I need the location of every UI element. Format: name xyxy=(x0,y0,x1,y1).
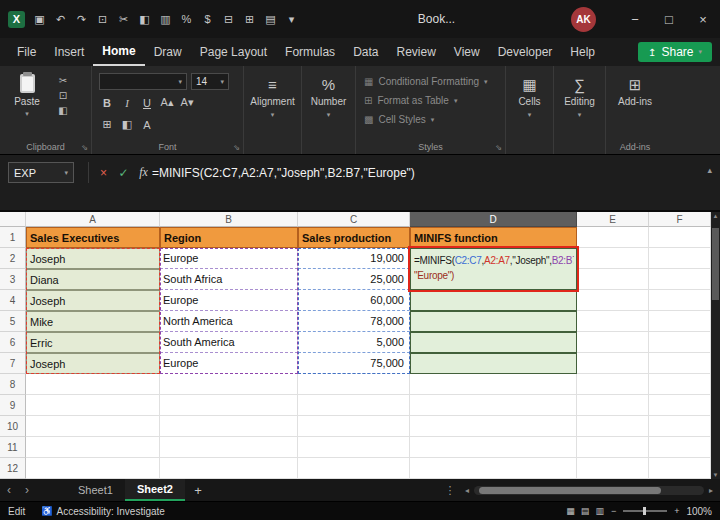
vertical-scroll-thumb[interactable] xyxy=(712,228,719,300)
col-header-F[interactable]: F xyxy=(649,212,711,227)
cell-F1[interactable] xyxy=(649,227,711,248)
scroll-right-icon[interactable]: ▸ xyxy=(704,486,718,495)
row-header-6[interactable]: 6 xyxy=(0,332,26,353)
accessibility-status[interactable]: ♿ Accessibility: Investigate xyxy=(41,506,165,517)
cell-C7[interactable]: 75,000 xyxy=(298,353,410,374)
cell-C8[interactable] xyxy=(298,374,410,395)
fill-color-icon[interactable]: ◧ xyxy=(119,118,135,131)
cell-E8[interactable] xyxy=(577,374,649,395)
cell-F6[interactable] xyxy=(649,332,711,353)
zoom-slider[interactable] xyxy=(623,510,667,512)
addins-button[interactable]: ⊞ Add-ins xyxy=(606,66,664,154)
conditional-formatting-button[interactable]: ▦Conditional Formatting▾ xyxy=(356,72,505,91)
workbook-title[interactable]: Book... xyxy=(302,12,571,26)
decrease-font-icon[interactable]: A▾ xyxy=(179,96,195,109)
cell-C3[interactable]: 25,000 xyxy=(298,269,410,290)
row-header-12[interactable]: 12 xyxy=(0,458,26,479)
font-color-icon[interactable]: A xyxy=(139,119,155,131)
borders-icon[interactable]: ⊞ xyxy=(99,118,115,131)
cell-B4[interactable]: Europe xyxy=(160,290,298,311)
menu-tab-developer[interactable]: Developer xyxy=(489,38,562,66)
increase-font-icon[interactable]: A▴ xyxy=(159,96,175,109)
cell-A9[interactable] xyxy=(26,395,160,416)
zoom-out-icon[interactable]: − xyxy=(611,506,616,516)
row-header-9[interactable]: 9 xyxy=(0,395,26,416)
formula-input[interactable]: =MINIFS(C2:C7,A2:A7,"Joseph",B2:B7,"Euro… xyxy=(152,166,415,180)
page-break-view-icon[interactable]: ▥ xyxy=(595,506,604,516)
horizontal-scroll-thumb[interactable] xyxy=(479,487,661,494)
cell-D7[interactable] xyxy=(410,353,577,374)
cell-C1[interactable]: Sales production xyxy=(298,227,410,248)
cell-F11[interactable] xyxy=(649,437,711,458)
cell-D2[interactable]: =MINIFS(C2:C7,A2:A7,"Joseph",B2:B7,"Euro… xyxy=(410,248,577,290)
clipboard-dialog-launcher-icon[interactable]: ⇘ xyxy=(81,143,88,152)
account-avatar[interactable]: AK xyxy=(571,7,596,32)
menu-tab-data[interactable]: Data xyxy=(344,38,387,66)
sheet-tab-sheet1[interactable]: Sheet1 xyxy=(66,479,125,501)
cell-C9[interactable] xyxy=(298,395,410,416)
horizontal-scrollbar[interactable]: ◂ ▸ xyxy=(460,479,718,501)
row-header-3[interactable]: 3 xyxy=(0,269,26,290)
horizontal-scroll-track[interactable] xyxy=(474,486,704,495)
cell-E3[interactable] xyxy=(577,269,649,290)
cell-E10[interactable] xyxy=(577,416,649,437)
sheet-tab-sheet2[interactable]: Sheet2 xyxy=(125,479,185,501)
font-name-select[interactable]: ▾ xyxy=(99,73,187,90)
cell-C12[interactable] xyxy=(298,458,410,479)
more-commands-icon[interactable]: ▾ xyxy=(281,13,302,26)
chart-icon[interactable]: ▥ xyxy=(155,13,176,26)
cell-B8[interactable] xyxy=(160,374,298,395)
cell-B10[interactable] xyxy=(160,416,298,437)
cell-F5[interactable] xyxy=(649,311,711,332)
cell-B7[interactable]: Europe xyxy=(160,353,298,374)
page-layout-view-icon[interactable]: ▤ xyxy=(581,506,590,516)
cell-C2[interactable]: 19,000 xyxy=(298,248,410,269)
cell-D4[interactable] xyxy=(410,290,577,311)
cell-A2[interactable]: Joseph xyxy=(26,248,160,269)
table-icon[interactable]: ▤ xyxy=(260,13,281,26)
menu-tab-formulas[interactable]: Formulas xyxy=(276,38,344,66)
cell-C4[interactable]: 60,000 xyxy=(298,290,410,311)
row-header-4[interactable]: 4 xyxy=(0,290,26,311)
row-header-11[interactable]: 11 xyxy=(0,437,26,458)
excel-app-icon[interactable]: X xyxy=(8,11,25,28)
menu-tab-page-layout[interactable]: Page Layout xyxy=(191,38,276,66)
cell-D10[interactable] xyxy=(410,416,577,437)
collapse-formula-bar-icon[interactable]: ▴ xyxy=(707,165,712,175)
menu-tab-view[interactable]: View xyxy=(445,38,489,66)
currency-style-icon[interactable]: $ xyxy=(197,13,218,25)
cell-A6[interactable]: Erric xyxy=(26,332,160,353)
undo-icon[interactable]: ↶ xyxy=(50,13,71,26)
scroll-up-icon[interactable]: ▲ xyxy=(711,213,720,219)
cell-B12[interactable] xyxy=(160,458,298,479)
close-button[interactable]: × xyxy=(686,0,720,38)
col-header-A[interactable]: A xyxy=(26,212,160,227)
merge-center-icon[interactable]: ⊟ xyxy=(218,13,239,26)
format-as-table-button[interactable]: ⊞Format as Table▾ xyxy=(356,91,505,110)
cell-styles-button[interactable]: ▩Cell Styles▾ xyxy=(356,110,505,129)
cell-F7[interactable] xyxy=(649,353,711,374)
cell-F10[interactable] xyxy=(649,416,711,437)
styles-dialog-launcher-icon[interactable]: ⇘ xyxy=(495,143,502,152)
cell-F2[interactable] xyxy=(649,248,711,269)
borders-icon[interactable]: ⊞ xyxy=(239,13,260,26)
cell-A8[interactable] xyxy=(26,374,160,395)
menu-tab-review[interactable]: Review xyxy=(387,38,444,66)
zoom-level[interactable]: 100% xyxy=(686,506,712,517)
cancel-icon[interactable]: × xyxy=(95,166,112,180)
cell-F12[interactable] xyxy=(649,458,711,479)
cell-E2[interactable] xyxy=(577,248,649,269)
cell-D6[interactable] xyxy=(410,332,577,353)
cell-E4[interactable] xyxy=(577,290,649,311)
normal-view-icon[interactable]: ▦ xyxy=(566,506,575,516)
font-dialog-launcher-icon[interactable]: ⇘ xyxy=(233,143,240,152)
cell-B6[interactable]: South America xyxy=(160,332,298,353)
editing-button[interactable]: ∑ Editing ▾ xyxy=(554,66,605,154)
font-size-select[interactable]: 14 ▾ xyxy=(191,73,229,90)
cell-E1[interactable] xyxy=(577,227,649,248)
cell-C6[interactable]: 5,000 xyxy=(298,332,410,353)
col-header-B[interactable]: B xyxy=(160,212,298,227)
add-sheet-button[interactable]: + xyxy=(185,483,211,498)
alignment-button[interactable]: ≡ Alignment ▾ xyxy=(244,66,301,154)
row-header-7[interactable]: 7 xyxy=(0,353,26,374)
